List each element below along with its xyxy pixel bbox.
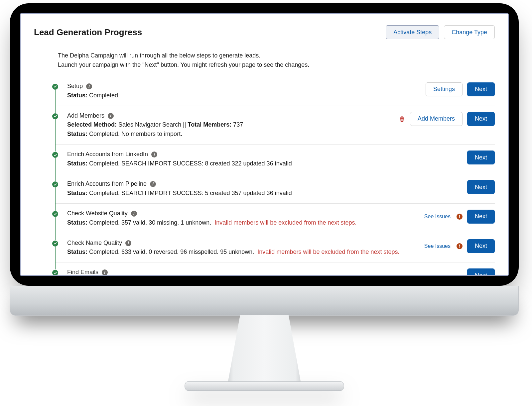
step-content: Enrich Accounts from LinkedIniStatus: Co…	[67, 150, 495, 168]
step-status: Status: Completed.	[67, 91, 120, 100]
info-icon[interactable]: i	[125, 240, 131, 246]
status-value: Completed. SEARCH IMPORT SUCCESS: 8 crea…	[89, 160, 292, 167]
step-text: Check Name QualityiStatus: Completed. 63…	[67, 239, 400, 257]
check-icon	[52, 152, 58, 158]
step-title: Enrich Accounts from LinkedIni	[67, 150, 157, 159]
step-actions: Next	[467, 179, 495, 194]
device-screen: Lead Generation Progress Activate Steps …	[20, 13, 509, 276]
check-icon	[52, 211, 58, 217]
step-row: Check Website QualityiStatus: Completed.…	[55, 204, 495, 233]
step-actions: See Issues!Next	[424, 239, 495, 253]
status-value: Completed. 633 valid. 0 reversed. 96 mis…	[89, 249, 254, 255]
step-actions: SettingsNext	[426, 82, 495, 96]
settings-button[interactable]: Settings	[426, 82, 463, 96]
step-title-label: Check Website Quality	[67, 209, 128, 218]
device-chin	[10, 286, 519, 316]
step-content: Find EmailsiStatus: Completed. 109 succe…	[67, 268, 495, 276]
step-title-label: Setup	[67, 82, 83, 91]
step-text: Enrich Accounts from LinkedIniStatus: Co…	[67, 150, 292, 168]
status-value: Completed. 357 valid. 30 missing. 1 unkn…	[89, 219, 211, 226]
info-icon[interactable]: i	[150, 181, 156, 187]
next-button[interactable]: Next	[467, 180, 495, 194]
step-content: Check Website QualityiStatus: Completed.…	[67, 209, 495, 228]
step-title-label: Enrich Accounts from LinkedIn	[67, 150, 148, 159]
total-members-label: Total Members:	[188, 121, 232, 128]
info-icon[interactable]: i	[131, 211, 137, 217]
step-actions: Next	[467, 268, 495, 276]
device-neck	[221, 315, 308, 381]
step-title-label: Find Emails	[67, 268, 98, 276]
device-foot	[185, 381, 344, 391]
check-icon	[52, 181, 58, 187]
step-actions: Add MembersNext	[399, 111, 495, 126]
check-icon	[52, 241, 58, 247]
status-value: Completed.	[89, 92, 120, 99]
step-meta: Selected Method: Sales Navigator Search …	[67, 120, 243, 130]
step-content: Enrich Accounts from PipelineiStatus: Co…	[67, 179, 495, 198]
step-title: Check Name Qualityi	[67, 239, 131, 248]
device-bezel: Lead Generation Progress Activate Steps …	[10, 3, 519, 286]
next-button[interactable]: Next	[467, 268, 495, 276]
step-status: Status: Completed. 357 valid. 30 missing…	[67, 218, 356, 228]
step-text: Add MembersiSelected Method: Sales Navig…	[67, 111, 243, 139]
step-title: Find Emailsi	[67, 268, 108, 276]
add-members-button[interactable]: Add Members	[410, 112, 463, 126]
check-icon	[52, 84, 58, 90]
step-text: Check Website QualityiStatus: Completed.…	[67, 209, 356, 228]
info-icon[interactable]: i	[102, 269, 108, 275]
status-value: Completed. No members to import.	[89, 131, 182, 137]
step-title-label: Enrich Accounts from Pipeline	[67, 179, 147, 189]
page: Lead Generation Progress Activate Steps …	[21, 14, 508, 276]
activate-steps-button[interactable]: Activate Steps	[386, 25, 439, 39]
warning-icon: !	[457, 214, 463, 220]
step-actions: Next	[467, 150, 495, 164]
device-mock: Lead Generation Progress Activate Steps …	[10, 3, 519, 391]
step-row: SetupiStatus: Completed.SettingsNext	[55, 76, 495, 106]
step-status: Status: Completed. 633 valid. 0 reversed…	[67, 248, 400, 257]
status-warning: Invalid members will be excluded from th…	[257, 249, 399, 255]
intro-text: The Delpha Campaign will run through all…	[58, 51, 495, 70]
step-status: Status: Completed. No members to import.	[67, 130, 243, 139]
step-title: Setupi	[67, 82, 92, 91]
intro-line-1: The Delpha Campaign will run through all…	[58, 51, 495, 60]
check-icon	[52, 270, 58, 276]
see-issues-link[interactable]: See Issues	[424, 243, 451, 249]
check-icon	[52, 113, 58, 119]
total-members-value: 737	[233, 121, 243, 128]
next-button[interactable]: Next	[467, 112, 495, 126]
status-label: Status:	[67, 219, 87, 226]
header-actions: Activate Steps Change Type	[386, 25, 495, 39]
page-title: Lead Generation Progress	[34, 27, 142, 38]
step-row: Check Name QualityiStatus: Completed. 63…	[55, 233, 495, 263]
next-button[interactable]: Next	[467, 82, 495, 96]
info-icon[interactable]: i	[108, 113, 114, 119]
selected-method-value: Sales Navigator Search	[118, 121, 181, 128]
change-type-button[interactable]: Change Type	[444, 25, 495, 39]
step-row: Find EmailsiStatus: Completed. 109 succe…	[55, 262, 495, 276]
status-warning: Invalid members will be excluded from th…	[214, 219, 356, 226]
delete-icon[interactable]	[399, 116, 405, 122]
step-row: Enrich Accounts from PipelineiStatus: Co…	[55, 174, 495, 204]
step-status: Status: Completed. SEARCH IMPORT SUCCESS…	[67, 189, 292, 198]
next-button[interactable]: Next	[467, 151, 495, 164]
step-title: Add Membersi	[67, 111, 114, 121]
step-text: Enrich Accounts from PipelineiStatus: Co…	[67, 179, 292, 198]
page-header: Lead Generation Progress Activate Steps …	[34, 25, 495, 39]
status-label: Status:	[67, 92, 87, 99]
warning-icon: !	[457, 243, 463, 249]
step-content: SetupiStatus: Completed.SettingsNext	[67, 82, 495, 100]
intro-line-2: Launch your campaign with the "Next" but…	[58, 60, 495, 70]
step-actions: See Issues!Next	[424, 209, 495, 224]
status-label: Status:	[67, 190, 87, 196]
step-text: Find EmailsiStatus: Completed. 109 succe…	[67, 268, 289, 276]
see-issues-link[interactable]: See Issues	[424, 214, 451, 220]
status-label: Status:	[67, 131, 87, 137]
info-icon[interactable]: i	[151, 152, 157, 157]
next-button[interactable]: Next	[467, 239, 495, 253]
status-value: Completed. SEARCH IMPORT SUCCESS: 5 crea…	[89, 190, 292, 196]
next-button[interactable]: Next	[467, 210, 495, 224]
step-content: Check Name QualityiStatus: Completed. 63…	[67, 239, 495, 257]
info-icon[interactable]: i	[86, 83, 92, 89]
step-row: Add MembersiSelected Method: Sales Navig…	[55, 106, 495, 145]
status-label: Status:	[67, 249, 87, 255]
